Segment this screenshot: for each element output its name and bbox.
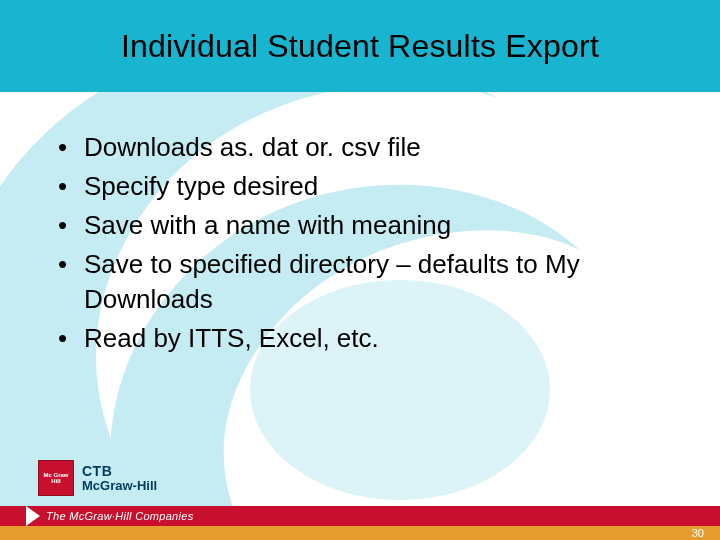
footer-accent-strip [0,526,720,540]
title-bar: Individual Student Results Export [0,0,720,92]
mcgraw-hill-square-icon: Mc Graw Hill [38,460,74,496]
publisher-logo: Mc Graw Hill CTB McGraw-Hill [38,460,157,496]
arrow-right-icon [26,506,40,526]
logo-line2: McGraw-Hill [82,479,157,493]
bullet-item: Save with a name with meaning [50,208,660,243]
footer-bar: The McGraw·Hill Companies [0,506,720,526]
logo-line1: CTB [82,464,157,479]
footer-text: The McGraw·Hill Companies [46,510,193,522]
logo-square-text: Mc Graw Hill [39,472,73,485]
page-number: 30 [686,526,710,540]
bullet-list: Downloads as. dat or. csv file Specify t… [50,130,660,357]
bullet-item: Specify type desired [50,169,660,204]
bullet-item: Read by ITTS, Excel, etc. [50,321,660,356]
bullet-item: Save to specified directory – defaults t… [50,247,660,317]
bullet-item: Downloads as. dat or. csv file [50,130,660,165]
slide: Individual Student Results Export Downlo… [0,0,720,540]
slide-title: Individual Student Results Export [121,28,599,65]
ctb-wordmark: CTB McGraw-Hill [82,464,157,492]
slide-body: Downloads as. dat or. csv file Specify t… [50,130,660,361]
